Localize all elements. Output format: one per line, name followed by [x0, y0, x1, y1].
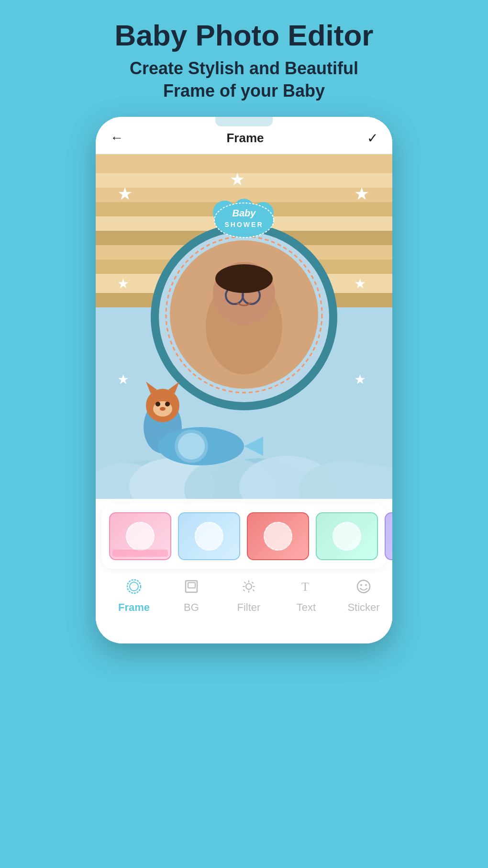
svg-point-72 [357, 580, 370, 593]
svg-text:★: ★ [354, 276, 366, 291]
frame-tab-icon [126, 578, 142, 598]
frame-canvas[interactable]: ★ ★ ★ ★ ★ ★ ★ [96, 154, 392, 499]
svg-point-37 [215, 264, 273, 293]
text-tab-icon: T [298, 578, 314, 598]
frame-thumb-1-circle [126, 522, 155, 551]
app-subtitle: Create Stylish and BeautifulFrame of you… [0, 57, 488, 102]
svg-point-74 [365, 584, 367, 586]
frame-thumb-3-circle [264, 522, 292, 551]
svg-text:★: ★ [354, 372, 366, 387]
svg-rect-61 [188, 583, 195, 588]
frame-thumb-5[interactable] [385, 512, 392, 560]
app-title: Baby Photo Editor [0, 19, 488, 52]
svg-point-57 [178, 433, 205, 460]
tab-text[interactable]: T Text [277, 578, 335, 614]
tab-bg[interactable]: BG [163, 578, 220, 614]
svg-point-53 [160, 407, 166, 411]
text-tab-label: Text [297, 601, 316, 614]
phone-body: ← Frame ✓ [96, 117, 392, 643]
frame-thumb-1[interactable] [109, 512, 171, 560]
bg-tab-label: BG [184, 601, 199, 614]
svg-line-64 [244, 582, 245, 583]
frame-selector-area [96, 499, 392, 574]
svg-point-65 [246, 584, 252, 589]
frame-thumb-2-circle [195, 522, 223, 551]
bg-tab-icon [183, 578, 200, 598]
filter-tab-icon [241, 578, 257, 598]
frame-thumb-4-circle [333, 522, 361, 551]
frame-thumb-1-decoration [112, 550, 168, 557]
frame-background: ★ ★ ★ ★ ★ ★ ★ [96, 154, 392, 499]
filter-tab-label: Filter [237, 601, 261, 614]
svg-text:★: ★ [230, 169, 245, 189]
frame-tab-label: Frame [118, 601, 150, 614]
frames-scroll [101, 504, 387, 569]
svg-text:★: ★ [117, 184, 133, 203]
phone-notch [215, 117, 273, 126]
svg-text:★: ★ [354, 184, 369, 203]
svg-point-52 [165, 402, 170, 406]
svg-text:★: ★ [117, 372, 129, 387]
tab-bar: Frame BG [96, 574, 392, 623]
svg-text:SHOWER: SHOWER [225, 221, 264, 228]
svg-point-73 [360, 584, 362, 586]
page-root: Baby Photo Editor Create Stylish and Bea… [0, 0, 488, 868]
confirm-button[interactable]: ✓ [367, 130, 378, 146]
screen-title: Frame [226, 131, 264, 146]
svg-text:T: T [301, 580, 309, 594]
svg-point-59 [130, 582, 138, 591]
phone-mockup: ← Frame ✓ [0, 117, 488, 643]
back-button[interactable]: ← [110, 130, 123, 146]
frame-thumb-3[interactable] [247, 512, 309, 560]
sticker-tab-label: Sticker [347, 601, 379, 614]
svg-text:Baby: Baby [233, 208, 256, 218]
svg-line-68 [244, 590, 244, 591]
app-header: Baby Photo Editor Create Stylish and Bea… [0, 0, 488, 112]
tab-frame[interactable]: Frame [105, 578, 163, 614]
svg-point-51 [155, 402, 160, 406]
svg-line-67 [253, 590, 254, 591]
frame-thumb-4[interactable] [316, 512, 378, 560]
frame-thumb-2[interactable] [178, 512, 240, 560]
tab-filter[interactable]: Filter [220, 578, 277, 614]
svg-line-63 [252, 582, 253, 583]
phone-screen: ← Frame ✓ [96, 117, 392, 643]
svg-text:★: ★ [117, 276, 129, 291]
sticker-tab-icon [355, 578, 372, 598]
tab-sticker[interactable]: Sticker [335, 578, 392, 614]
